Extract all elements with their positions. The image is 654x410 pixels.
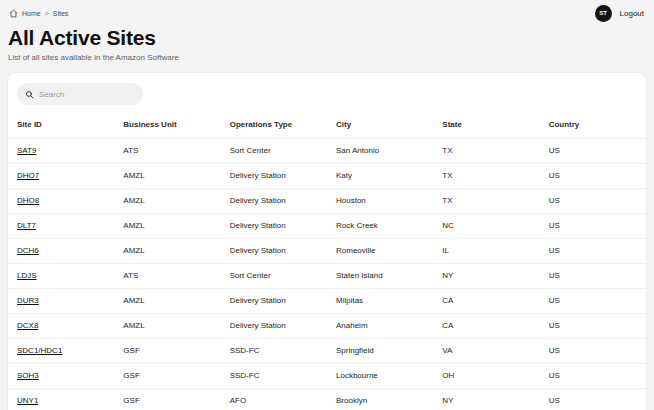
col-header-business-unit: Business Unit — [114, 112, 220, 139]
breadcrumb: Home > Sites — [9, 9, 68, 18]
table-row: SAT9 ATS Sort Center San Antonio TX US — [8, 139, 646, 164]
cell-site-id: SDC1/HDC1 — [8, 339, 114, 364]
cell-business-unit: GSF — [114, 389, 220, 410]
site-id-link[interactable]: UNY1 — [17, 396, 38, 405]
cell-state: OH — [433, 364, 539, 389]
table-row: DCX8 AMZL Delivery Station Anaheim CA US — [8, 314, 646, 339]
cell-operations-type: AFO — [221, 389, 327, 410]
cell-country: US — [540, 364, 646, 389]
cell-business-unit: AMZL — [114, 239, 220, 264]
page-title: All Active Sites — [8, 26, 644, 50]
site-id-link[interactable]: SOH3 — [17, 371, 39, 380]
table-row: UNY1 GSF AFO Brooklyn NY US — [8, 389, 646, 410]
cell-operations-type: Sort Center — [221, 139, 327, 164]
table-body: SAT9 ATS Sort Center San Antonio TX US D… — [8, 139, 646, 410]
breadcrumb-sites[interactable]: Sites — [53, 10, 69, 17]
breadcrumb-home[interactable]: Home — [22, 10, 41, 17]
cell-state: VA — [433, 339, 539, 364]
cell-state: NY — [433, 264, 539, 289]
table-row: SDC1/HDC1 GSF SSD-FC Springfield VA US — [8, 339, 646, 364]
site-id-link[interactable]: DHO7 — [17, 171, 39, 180]
cell-state: CA — [433, 314, 539, 339]
cell-site-id: UNY1 — [8, 389, 114, 410]
table-row: DLT7 AMZL Delivery Station Rock Creek NC… — [8, 214, 646, 239]
cell-site-id: DLT7 — [8, 214, 114, 239]
cell-business-unit: AMZL — [114, 289, 220, 314]
cell-operations-type: Delivery Station — [221, 239, 327, 264]
cell-state: IL — [433, 239, 539, 264]
cell-operations-type: SSD-FC — [221, 339, 327, 364]
cell-operations-type: Delivery Station — [221, 214, 327, 239]
avatar[interactable]: ST — [595, 5, 612, 22]
cell-business-unit: AMZL — [114, 164, 220, 189]
site-id-link[interactable]: SDC1/HDC1 — [17, 346, 62, 355]
account-area: ST Logout — [595, 5, 644, 22]
cell-operations-type: SSD-FC — [221, 364, 327, 389]
cell-operations-type: Sort Center — [221, 264, 327, 289]
site-id-link[interactable]: DCX8 — [17, 321, 38, 330]
topbar: Home > Sites ST Logout — [0, 0, 654, 24]
cell-state: NC — [433, 214, 539, 239]
table-row: DCH6 AMZL Delivery Station Romeoville IL… — [8, 239, 646, 264]
cell-city: Springfield — [327, 339, 433, 364]
col-header-state: State — [433, 112, 539, 139]
table-row: LDJS ATS Sort Center Staten Island NY US — [8, 264, 646, 289]
logout-button[interactable]: Logout — [620, 9, 644, 18]
cell-country: US — [540, 339, 646, 364]
cell-city: Milpitas — [327, 289, 433, 314]
cell-site-id: DUR3 — [8, 289, 114, 314]
cell-country: US — [540, 189, 646, 214]
cell-operations-type: Delivery Station — [221, 289, 327, 314]
cell-state: TX — [433, 189, 539, 214]
cell-site-id: DHO7 — [8, 164, 114, 189]
cell-site-id: DCX8 — [8, 314, 114, 339]
cell-country: US — [540, 214, 646, 239]
cell-city: Katy — [327, 164, 433, 189]
search-box[interactable] — [17, 83, 143, 105]
cell-country: US — [540, 164, 646, 189]
cell-country: US — [540, 389, 646, 410]
cell-city: Brooklyn — [327, 389, 433, 410]
cell-state: TX — [433, 164, 539, 189]
table-row: DUR3 AMZL Delivery Station Milpitas CA U… — [8, 289, 646, 314]
cell-state: NY — [433, 389, 539, 410]
page-subtitle: List of all sites available in the Amazo… — [8, 53, 644, 62]
cell-business-unit: AMZL — [114, 314, 220, 339]
cell-country: US — [540, 139, 646, 164]
cell-city: San Antonio — [327, 139, 433, 164]
sites-table: Site ID Business Unit Operations Type Ci… — [8, 112, 646, 410]
page-head: All Active Sites List of all sites avail… — [0, 24, 654, 62]
cell-city: Houston — [327, 189, 433, 214]
cell-business-unit: GSF — [114, 364, 220, 389]
table-row: DHO7 AMZL Delivery Station Katy TX US — [8, 164, 646, 189]
cell-city: Anaheim — [327, 314, 433, 339]
cell-business-unit: GSF — [114, 339, 220, 364]
cell-business-unit: ATS — [114, 264, 220, 289]
sites-card: Site ID Business Unit Operations Type Ci… — [7, 72, 647, 410]
cell-operations-type: Delivery Station — [221, 314, 327, 339]
table-row: DHO8 AMZL Delivery Station Houston TX US — [8, 189, 646, 214]
cell-country: US — [540, 314, 646, 339]
cell-city: Rock Creek — [327, 214, 433, 239]
cell-site-id: SAT9 — [8, 139, 114, 164]
site-id-link[interactable]: DLT7 — [17, 221, 36, 230]
cell-city: Lockbourne — [327, 364, 433, 389]
site-id-link[interactable]: LDJS — [17, 271, 37, 280]
site-id-link[interactable]: DHO8 — [17, 196, 39, 205]
cell-site-id: SOH3 — [8, 364, 114, 389]
cell-city: Romeoville — [327, 239, 433, 264]
col-header-city: City — [327, 112, 433, 139]
col-header-site-id: Site ID — [8, 112, 114, 139]
cell-country: US — [540, 264, 646, 289]
cell-business-unit: ATS — [114, 139, 220, 164]
cell-country: US — [540, 289, 646, 314]
table-row: SOH3 GSF SSD-FC Lockbourne OH US — [8, 364, 646, 389]
cell-operations-type: Delivery Station — [221, 164, 327, 189]
cell-site-id: DHO8 — [8, 189, 114, 214]
cell-site-id: DCH6 — [8, 239, 114, 264]
search-input[interactable] — [39, 90, 135, 99]
site-id-link[interactable]: DCH6 — [17, 246, 39, 255]
site-id-link[interactable]: SAT9 — [17, 146, 36, 155]
cell-country: US — [540, 239, 646, 264]
site-id-link[interactable]: DUR3 — [17, 296, 39, 305]
